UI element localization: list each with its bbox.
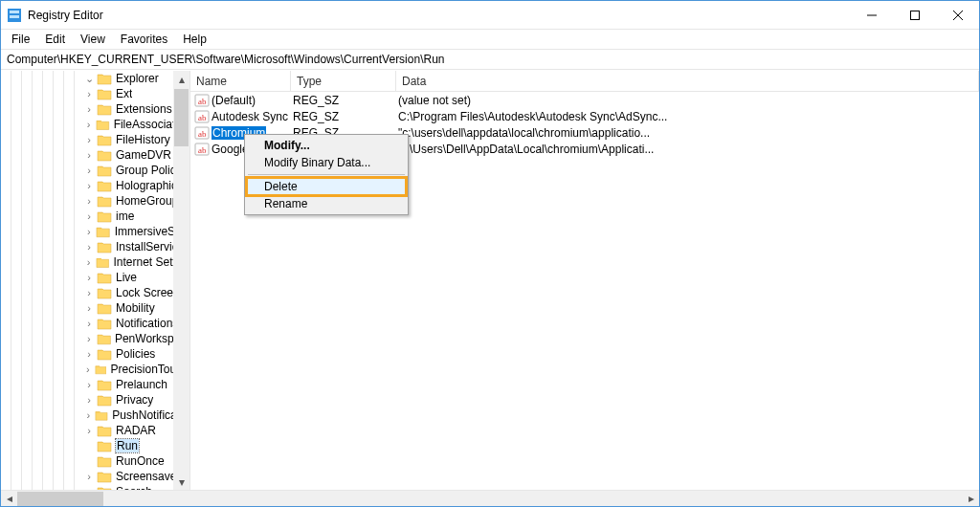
tree-pane: ⌄Explorer›Ext›Extensions›FileAssociation… (1, 71, 190, 490)
expander-icon[interactable]: › (83, 379, 95, 390)
tree-item-live[interactable]: ›Live (1, 270, 189, 285)
scrollbar-thumb[interactable] (17, 492, 103, 506)
expander-icon[interactable]: › (83, 180, 95, 191)
horizontal-scrollbar[interactable]: ◂ ▸ (1, 490, 979, 506)
tree-item-filehistory[interactable]: ›FileHistory (1, 132, 189, 147)
svg-rect-2 (10, 15, 19, 18)
tree-item-label: Run (116, 439, 139, 452)
tree-item-group-policy[interactable]: ›Group Policy (1, 163, 189, 178)
expander-icon[interactable]: › (83, 318, 95, 329)
tree-item-pushnotifications[interactable]: ›PushNotifications (1, 408, 189, 423)
expander-icon[interactable] (83, 455, 95, 467)
tree-item-homegroup[interactable]: ›HomeGroup (1, 193, 189, 209)
value-row[interactable]: abAutodesk SyncREG_SZC:\Program Files\Au… (190, 108, 979, 124)
context-menu-modify-binary-data[interactable]: Modify Binary Data... (247, 154, 406, 171)
expander-icon[interactable]: › (83, 409, 93, 421)
column-header-data[interactable]: Data (396, 71, 979, 91)
tree-item-label: Policies (116, 347, 155, 361)
close-button[interactable] (936, 1, 979, 29)
value-type: REG_SZ (291, 94, 396, 107)
address-bar[interactable]: Computer\HKEY_CURRENT_USER\Software\Micr… (1, 49, 979, 70)
expander-icon[interactable]: › (83, 103, 95, 115)
expander-icon[interactable]: › (83, 241, 95, 253)
expander-icon[interactable]: › (83, 425, 95, 436)
tree-item-immersiveshell[interactable]: ›ImmersiveShell (1, 224, 189, 239)
tree-item-fileassociations[interactable]: ›FileAssociations (1, 117, 189, 132)
tree-item-gamedvr[interactable]: ›GameDVR (1, 147, 189, 163)
minimize-button[interactable] (850, 1, 893, 29)
tree-item-label: Extensions (116, 102, 172, 116)
expander-icon[interactable]: › (83, 348, 95, 360)
expander-icon[interactable]: › (83, 210, 95, 222)
expander-icon[interactable]: › (83, 256, 94, 268)
value-context-menu: Modify...Modify Binary Data...DeleteRena… (244, 134, 409, 215)
tree-item-label: Holographic (116, 179, 177, 192)
column-header-type[interactable]: Type (291, 71, 396, 91)
tree-item-prelaunch[interactable]: ›Prelaunch (1, 377, 189, 392)
expander-icon[interactable]: ⌄ (83, 73, 95, 85)
tree-item-runonce[interactable]: RunOnce (1, 453, 189, 469)
values-header: Name Type Data (190, 71, 979, 92)
expander-icon[interactable] (83, 440, 95, 452)
menu-favorites[interactable]: Favorites (114, 32, 174, 47)
scroll-left-icon[interactable]: ◂ (1, 491, 17, 507)
scroll-up-icon[interactable]: ▴ (173, 71, 189, 87)
context-menu-delete[interactable]: Delete (247, 178, 406, 195)
expander-icon[interactable]: › (83, 226, 94, 237)
tree-item-policies[interactable]: ›Policies (1, 346, 189, 362)
menu-edit[interactable]: Edit (38, 32, 72, 47)
scroll-down-icon[interactable]: ▾ (173, 474, 189, 490)
tree-item-label: Group Policy (116, 164, 182, 177)
tree-item-label: Mobility (116, 301, 155, 315)
tree-item-precisiontouchpad[interactable]: ›PrecisionTouchPad (1, 362, 189, 377)
tree-item-lock-screen[interactable]: ›Lock Screen (1, 285, 189, 300)
value-data: (value not set) (396, 94, 979, 107)
tree-item-mobility[interactable]: ›Mobility (1, 300, 189, 316)
tree-item-label: Lock Screen (116, 286, 180, 299)
expander-icon[interactable]: › (83, 119, 94, 130)
value-data: C:\Program Files\Autodesk\Autodesk Sync\… (396, 110, 979, 123)
expander-icon[interactable]: › (83, 134, 95, 145)
value-data: "c:\users\dell\appdata\local\chromium\ap… (396, 126, 979, 140)
context-menu-rename[interactable]: Rename (247, 195, 406, 212)
tree-item-penworkspace[interactable]: ›PenWorkspace (1, 331, 189, 346)
context-menu-modify[interactable]: Modify... (247, 137, 406, 154)
tree-item-privacy[interactable]: ›Privacy (1, 392, 189, 408)
expander-icon[interactable]: › (83, 394, 95, 406)
tree-item-screensavers[interactable]: ›Screensavers (1, 469, 189, 484)
tree-item-internet-settings[interactable]: ›Internet Settings (1, 254, 189, 270)
tree-item-holographic[interactable]: ›Holographic (1, 178, 189, 193)
column-header-name[interactable]: Name (190, 71, 291, 91)
menu-view[interactable]: View (74, 32, 112, 47)
tree-item-extensions[interactable]: ›Extensions (1, 101, 189, 117)
tree-item-ext[interactable]: ›Ext (1, 86, 189, 101)
expander-icon[interactable]: › (83, 165, 95, 176)
value-row[interactable]: ab(Default)REG_SZ(value not set) (190, 92, 979, 108)
expander-icon[interactable]: › (83, 302, 95, 314)
menu-file[interactable]: File (5, 32, 36, 47)
expander-icon[interactable]: › (83, 195, 95, 207)
scrollbar-thumb[interactable] (174, 89, 189, 146)
tree-vertical-scrollbar[interactable]: ▴ ▾ (173, 71, 189, 490)
tree-item-radar[interactable]: ›RADAR (1, 423, 189, 438)
expander-icon[interactable]: › (83, 287, 95, 298)
tree-item-label: RunOnce (116, 454, 165, 468)
expander-icon[interactable]: › (83, 333, 95, 344)
expander-icon[interactable]: › (83, 88, 95, 99)
context-menu-separator (248, 174, 405, 175)
tree-item-run[interactable]: Run (1, 438, 189, 453)
tree-item-notifications[interactable]: ›Notifications (1, 316, 189, 331)
registry-editor-window: Registry Editor File Edit View Favorites… (0, 0, 980, 507)
expander-icon[interactable]: › (83, 272, 95, 283)
expander-icon[interactable]: › (83, 364, 93, 375)
expander-icon[interactable]: › (83, 471, 95, 482)
maximize-button[interactable] (893, 1, 936, 29)
tree-item-installservice[interactable]: ›InstallService (1, 239, 189, 254)
scroll-right-icon[interactable]: ▸ (963, 491, 979, 507)
tree-item-explorer[interactable]: ⌄Explorer (1, 71, 189, 86)
tree-item-ime[interactable]: ›ime (1, 209, 189, 224)
menu-help[interactable]: Help (176, 32, 213, 47)
tree-item-label: GameDVR (116, 148, 171, 162)
expander-icon[interactable]: › (83, 149, 95, 161)
regedit-app-icon (7, 8, 22, 23)
